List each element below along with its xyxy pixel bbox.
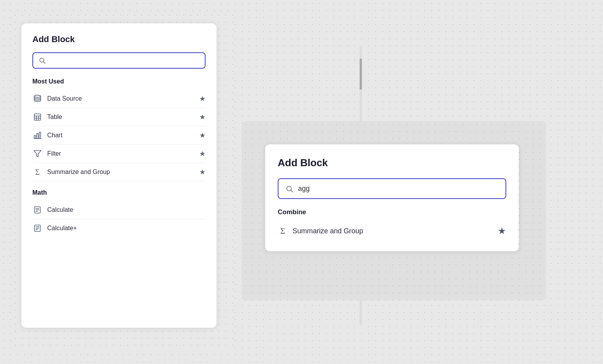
- svg-line-22: [291, 190, 293, 192]
- right-panel-title: Add Block: [278, 157, 506, 169]
- left-search-input[interactable]: [50, 57, 199, 64]
- left-search-icon: [39, 57, 46, 64]
- svg-line-1: [43, 62, 45, 63]
- right-add-block-panel: Add Block Combine Σ Summarize and Group …: [265, 144, 519, 251]
- table-icon: [32, 112, 43, 122]
- calculate-icon: [32, 205, 43, 215]
- block-label-filter: Filter: [47, 150, 195, 157]
- block-label-data-source: Data Source: [47, 95, 195, 102]
- block-label-summarize-group: Summarize and Group: [47, 169, 195, 176]
- star-data-source[interactable]: ★: [199, 94, 206, 103]
- right-block-item-summarize-group[interactable]: Σ Summarize and Group ★: [278, 220, 506, 242]
- data-source-icon: [32, 94, 43, 104]
- summarize-icon: Σ: [32, 167, 43, 177]
- calculate-plus-icon: [32, 223, 43, 233]
- svg-marker-12: [34, 151, 41, 157]
- page-container: Add Block Most Used Data Source ★: [0, 0, 603, 364]
- right-search-input[interactable]: [298, 185, 498, 193]
- section-label-combine: Combine: [278, 208, 506, 216]
- block-item-summarize-group[interactable]: Σ Summarize and Group ★: [32, 163, 206, 181]
- block-item-filter[interactable]: Filter ★: [32, 145, 206, 163]
- filter-icon: [32, 149, 43, 159]
- block-item-data-source[interactable]: Data Source ★: [32, 90, 206, 108]
- block-item-chart[interactable]: Chart ★: [32, 126, 206, 145]
- star-table[interactable]: ★: [199, 113, 206, 121]
- left-add-block-panel: Add Block Most Used Data Source ★: [21, 23, 216, 328]
- svg-point-2: [34, 95, 41, 98]
- chart-icon: [32, 130, 43, 140]
- block-label-table: Table: [47, 114, 195, 121]
- section-label-math: Math: [32, 189, 206, 196]
- star-filter[interactable]: ★: [199, 149, 206, 158]
- svg-rect-8: [34, 135, 36, 138]
- block-label-chart: Chart: [47, 132, 195, 139]
- block-item-calculate[interactable]: Calculate: [32, 201, 206, 219]
- svg-rect-10: [39, 132, 41, 139]
- block-item-table[interactable]: Table ★: [32, 108, 206, 126]
- right-star-summarize-group[interactable]: ★: [498, 226, 506, 236]
- right-summarize-icon: Σ: [278, 226, 288, 236]
- block-label-calculate: Calculate: [47, 206, 206, 213]
- svg-rect-3: [34, 114, 41, 121]
- block-item-calculate-plus[interactable]: Calculate+: [32, 219, 206, 237]
- star-summarize-group[interactable]: ★: [199, 168, 206, 176]
- svg-rect-9: [37, 133, 38, 138]
- scrollbar-thumb[interactable]: [360, 59, 362, 90]
- right-block-label-summarize-group: Summarize and Group: [293, 227, 493, 235]
- block-label-calculate-plus: Calculate+: [47, 225, 206, 232]
- section-label-most-used: Most Used: [32, 78, 206, 85]
- left-panel-title: Add Block: [32, 34, 206, 44]
- left-search-box[interactable]: [32, 52, 206, 69]
- right-search-icon: [286, 185, 293, 193]
- right-search-box[interactable]: [278, 178, 506, 199]
- star-chart[interactable]: ★: [199, 131, 206, 140]
